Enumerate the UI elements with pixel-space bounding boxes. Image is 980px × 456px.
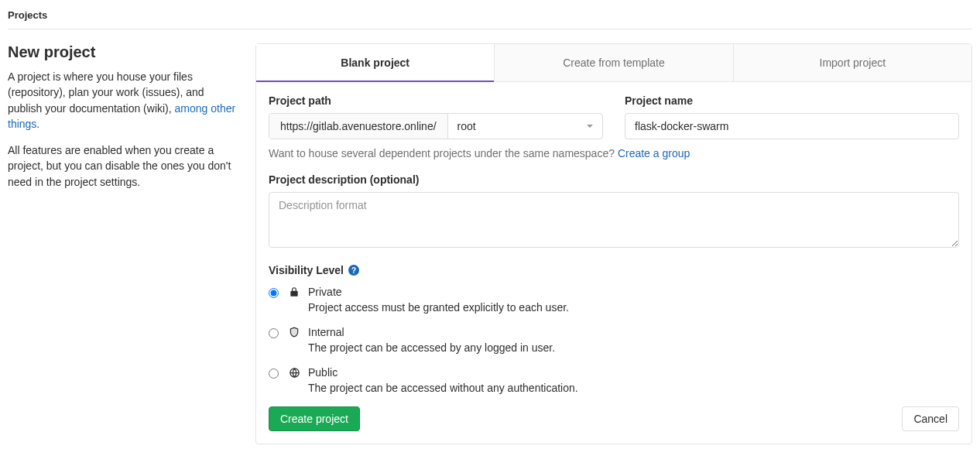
radio-internal[interactable] bbox=[269, 328, 279, 338]
tab-blank-project[interactable]: Blank project bbox=[256, 44, 495, 81]
project-description-label: Project description (optional) bbox=[269, 173, 959, 186]
project-path-label: Project path bbox=[269, 94, 603, 107]
namespace-hint: Want to house several dependent projects… bbox=[269, 147, 959, 159]
project-description-input[interactable] bbox=[269, 192, 959, 248]
private-title: Private bbox=[308, 286, 569, 298]
side-desc-2: All features are enabled when you create… bbox=[8, 142, 240, 190]
page-title: New project bbox=[8, 43, 240, 61]
divider bbox=[8, 29, 972, 29]
visibility-option-public[interactable]: Public The project can be accessed witho… bbox=[269, 366, 959, 394]
create-group-link[interactable]: Create a group bbox=[618, 147, 690, 159]
visibility-option-private[interactable]: Private Project access must be granted e… bbox=[269, 286, 959, 314]
hint-text: Want to house several dependent projects… bbox=[269, 147, 618, 159]
tab-import-project[interactable]: Import project bbox=[734, 44, 971, 81]
shield-icon bbox=[288, 327, 300, 354]
breadcrumb[interactable]: Projects bbox=[8, 6, 972, 29]
lock-icon bbox=[288, 286, 300, 314]
globe-icon bbox=[288, 367, 300, 394]
namespace-select[interactable]: root bbox=[448, 114, 602, 139]
public-desc: The project can be accessed without any … bbox=[308, 382, 578, 394]
help-icon[interactable]: ? bbox=[348, 265, 359, 276]
private-desc: Project access must be granted explicitl… bbox=[308, 301, 569, 314]
create-project-button[interactable]: Create project bbox=[269, 406, 360, 431]
visibility-option-internal[interactable]: Internal The project can be accessed by … bbox=[269, 326, 959, 354]
internal-title: Internal bbox=[308, 326, 555, 338]
radio-public[interactable] bbox=[269, 369, 279, 379]
chevron-down-icon bbox=[587, 125, 593, 128]
radio-private[interactable] bbox=[269, 288, 279, 298]
project-path-prefix: https://gitlab.avenuestore.online/ bbox=[269, 114, 448, 139]
internal-desc: The project can be accessed by any logge… bbox=[308, 341, 555, 354]
visibility-level-label: Visibility Level ? bbox=[269, 264, 959, 276]
side-desc-1-post: . bbox=[36, 118, 39, 130]
cancel-button[interactable]: Cancel bbox=[902, 406, 959, 431]
tabs: Blank project Create from template Impor… bbox=[256, 44, 971, 82]
side-desc-1: A project is where you house your files … bbox=[8, 69, 240, 132]
project-name-label: Project name bbox=[625, 94, 959, 107]
project-path-group: https://gitlab.avenuestore.online/ root bbox=[269, 113, 603, 139]
tab-create-from-template[interactable]: Create from template bbox=[495, 44, 733, 81]
visibility-level-text: Visibility Level bbox=[269, 264, 344, 276]
public-title: Public bbox=[308, 366, 578, 379]
project-name-input[interactable] bbox=[625, 113, 959, 139]
namespace-value: root bbox=[457, 120, 476, 132]
